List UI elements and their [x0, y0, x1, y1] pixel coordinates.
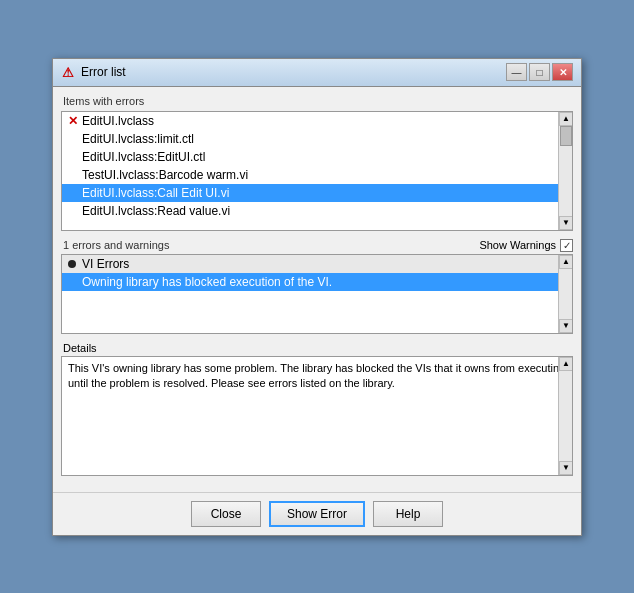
vi-errors-label: VI Errors	[82, 257, 129, 271]
error-message: Owning library has blocked execution of …	[82, 275, 332, 289]
show-warnings-label: Show Warnings	[479, 239, 556, 251]
errors-scrollbar[interactable]: ▲ ▼	[558, 255, 572, 333]
scroll-track	[559, 269, 572, 319]
footer: Close Show Error Help	[53, 492, 581, 535]
close-window-button[interactable]: ✕	[552, 63, 573, 81]
item-text: EditUI.lvclass:EditUI.ctl	[82, 150, 205, 164]
scroll-down-arrow[interactable]: ▼	[559, 216, 573, 230]
list-item[interactable]: ✕ EditUI.lvclass	[62, 112, 572, 130]
main-content: Items with errors ▲ ▼ ✕ EditUI.lvclass E…	[53, 87, 581, 492]
scroll-up-arrow[interactable]: ▲	[559, 357, 573, 371]
details-label: Details	[61, 342, 573, 354]
window-controls: — □ ✕	[506, 63, 573, 81]
items-scrollbar[interactable]: ▲ ▼	[558, 112, 572, 230]
scroll-up-arrow[interactable]: ▲	[559, 112, 573, 126]
scroll-down-arrow[interactable]: ▼	[559, 319, 573, 333]
item-text: EditUI.lvclass:limit.ctl	[82, 132, 194, 146]
item-text: EditUI.lvclass:Read value.vi	[82, 204, 230, 218]
help-button[interactable]: Help	[373, 501, 443, 527]
show-warnings-control: Show Warnings ✓	[479, 239, 573, 252]
window-title: Error list	[81, 65, 500, 79]
list-item-selected[interactable]: EditUI.lvclass:Call Edit UI.vi	[62, 184, 572, 202]
details-text: This VI's owning library has some proble…	[62, 357, 572, 396]
items-list[interactable]: ▲ ▼ ✕ EditUI.lvclass EditUI.lvclass:limi…	[61, 111, 573, 231]
items-section-label: Items with errors	[61, 95, 573, 107]
list-item[interactable]: EditUI.lvclass:EditUI.ctl	[62, 148, 572, 166]
vi-error-item[interactable]: Owning library has blocked execution of …	[62, 273, 572, 291]
error-icon: ✕	[68, 114, 78, 128]
warnings-row: 1 errors and warnings Show Warnings ✓	[61, 239, 573, 252]
errors-warnings-label: 1 errors and warnings	[61, 239, 169, 251]
maximize-button[interactable]: □	[529, 63, 550, 81]
list-item[interactable]: EditUI.lvclass:limit.ctl	[62, 130, 572, 148]
minimize-button[interactable]: —	[506, 63, 527, 81]
show-error-button[interactable]: Show Error	[269, 501, 365, 527]
errors-list[interactable]: ▲ ▼ VI Errors Owning library has blocked…	[61, 254, 573, 334]
item-text: EditUI.lvclass	[82, 114, 154, 128]
scroll-up-arrow[interactable]: ▲	[559, 255, 573, 269]
error-list-window: ⚠ Error list — □ ✕ Items with errors ▲ ▼…	[52, 58, 582, 536]
scroll-down-arrow[interactable]: ▼	[559, 461, 573, 475]
window-icon: ⚠	[61, 65, 75, 79]
list-item[interactable]: TestUI.lvclass:Barcode warm.vi	[62, 166, 572, 184]
show-warnings-checkbox[interactable]: ✓	[560, 239, 573, 252]
vi-errors-dot	[68, 260, 76, 268]
item-text: EditUI.lvclass:Call Edit UI.vi	[82, 186, 229, 200]
scroll-track	[559, 371, 572, 461]
vi-errors-header: VI Errors	[62, 255, 572, 273]
details-scrollbar[interactable]: ▲ ▼	[558, 357, 572, 475]
details-container: ▲ ▼ This VI's owning library has some pr…	[61, 356, 573, 476]
item-text: TestUI.lvclass:Barcode warm.vi	[82, 168, 248, 182]
title-bar: ⚠ Error list — □ ✕	[53, 59, 581, 87]
scroll-track	[559, 126, 572, 216]
list-item[interactable]: EditUI.lvclass:Read value.vi	[62, 202, 572, 220]
close-button[interactable]: Close	[191, 501, 261, 527]
scroll-thumb[interactable]	[560, 126, 572, 146]
